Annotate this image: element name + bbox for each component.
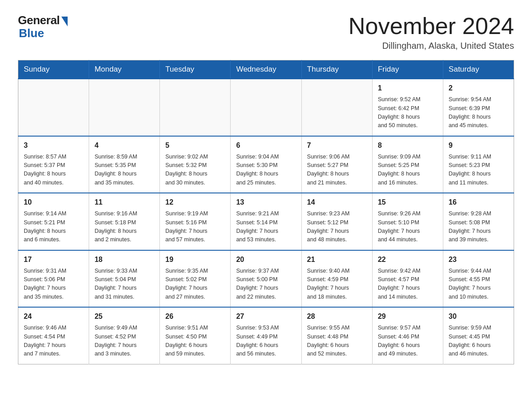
day-info: Sunrise: 9:37 AM Sunset: 5:00 PM Dayligh… xyxy=(236,267,296,302)
calendar-table: SundayMondayTuesdayWednesdayThursdayFrid… xyxy=(18,60,514,364)
calendar-cell: 1Sunrise: 9:52 AM Sunset: 6:42 PM Daylig… xyxy=(372,79,443,136)
day-info: Sunrise: 9:52 AM Sunset: 6:42 PM Dayligh… xyxy=(378,95,438,130)
calendar-cell xyxy=(231,79,301,136)
day-info: Sunrise: 9:16 AM Sunset: 5:18 PM Dayligh… xyxy=(94,210,154,244)
day-info: Sunrise: 9:26 AM Sunset: 5:10 PM Dayligh… xyxy=(378,210,438,244)
logo-arrow-icon xyxy=(61,17,68,26)
calendar-cell: 5Sunrise: 9:02 AM Sunset: 5:32 PM Daylig… xyxy=(160,136,231,193)
weekday-header-monday: Monday xyxy=(89,60,160,79)
day-info: Sunrise: 9:09 AM Sunset: 5:25 PM Dayligh… xyxy=(378,153,438,188)
day-info: Sunrise: 9:35 AM Sunset: 5:02 PM Dayligh… xyxy=(165,267,225,302)
day-info: Sunrise: 9:33 AM Sunset: 5:04 PM Dayligh… xyxy=(94,267,154,302)
calendar-cell: 20Sunrise: 9:37 AM Sunset: 5:00 PM Dayli… xyxy=(231,250,301,308)
weekday-header-thursday: Thursday xyxy=(301,60,372,79)
calendar-week-row: 1Sunrise: 9:52 AM Sunset: 6:42 PM Daylig… xyxy=(18,79,514,136)
calendar-cell: 23Sunrise: 9:44 AM Sunset: 4:55 PM Dayli… xyxy=(443,250,514,308)
day-number: 26 xyxy=(165,311,225,322)
day-number: 17 xyxy=(24,254,83,265)
day-info: Sunrise: 8:59 AM Sunset: 5:35 PM Dayligh… xyxy=(94,153,154,188)
day-number: 18 xyxy=(94,254,154,265)
day-info: Sunrise: 9:49 AM Sunset: 4:52 PM Dayligh… xyxy=(94,324,154,359)
weekday-header-wednesday: Wednesday xyxy=(231,60,301,79)
calendar-cell: 9Sunrise: 9:11 AM Sunset: 5:23 PM Daylig… xyxy=(443,136,514,193)
day-number: 12 xyxy=(165,197,225,208)
day-info: Sunrise: 9:02 AM Sunset: 5:32 PM Dayligh… xyxy=(165,153,225,188)
day-number: 10 xyxy=(24,197,83,208)
calendar-cell: 19Sunrise: 9:35 AM Sunset: 5:02 PM Dayli… xyxy=(160,250,231,308)
day-number: 27 xyxy=(236,311,296,322)
calendar-week-row: 10Sunrise: 9:14 AM Sunset: 5:21 PM Dayli… xyxy=(18,193,514,250)
day-info: Sunrise: 9:55 AM Sunset: 4:48 PM Dayligh… xyxy=(307,324,367,359)
calendar-cell xyxy=(301,79,372,136)
calendar-cell xyxy=(160,79,231,136)
day-info: Sunrise: 9:04 AM Sunset: 5:30 PM Dayligh… xyxy=(236,153,296,188)
calendar-cell: 17Sunrise: 9:31 AM Sunset: 5:06 PM Dayli… xyxy=(18,250,89,308)
calendar-cell: 3Sunrise: 8:57 AM Sunset: 5:37 PM Daylig… xyxy=(18,136,89,193)
day-info: Sunrise: 9:06 AM Sunset: 5:27 PM Dayligh… xyxy=(307,153,367,188)
logo: General Blue xyxy=(18,13,68,40)
weekday-header-tuesday: Tuesday xyxy=(160,60,231,79)
day-info: Sunrise: 9:40 AM Sunset: 4:59 PM Dayligh… xyxy=(307,267,367,302)
day-number: 14 xyxy=(307,197,367,208)
day-number: 16 xyxy=(449,197,508,208)
day-info: Sunrise: 9:28 AM Sunset: 5:08 PM Dayligh… xyxy=(449,210,508,244)
day-info: Sunrise: 9:14 AM Sunset: 5:21 PM Dayligh… xyxy=(24,210,83,244)
page-header: General Blue November 2024 Dillingham, A… xyxy=(18,13,514,51)
day-info: Sunrise: 9:11 AM Sunset: 5:23 PM Dayligh… xyxy=(449,153,508,188)
month-title: November 2024 xyxy=(348,13,514,39)
day-number: 8 xyxy=(378,140,438,151)
calendar-cell: 21Sunrise: 9:40 AM Sunset: 4:59 PM Dayli… xyxy=(301,250,372,308)
location-subtitle: Dillingham, Alaska, United States xyxy=(348,41,514,51)
calendar-cell: 8Sunrise: 9:09 AM Sunset: 5:25 PM Daylig… xyxy=(372,136,443,193)
day-number: 7 xyxy=(307,140,367,151)
calendar-cell: 7Sunrise: 9:06 AM Sunset: 5:27 PM Daylig… xyxy=(301,136,372,193)
day-number: 1 xyxy=(378,83,438,94)
day-number: 11 xyxy=(94,197,154,208)
calendar-cell xyxy=(89,79,160,136)
day-number: 2 xyxy=(449,83,508,94)
day-info: Sunrise: 9:53 AM Sunset: 4:49 PM Dayligh… xyxy=(236,324,296,359)
day-info: Sunrise: 9:59 AM Sunset: 4:45 PM Dayligh… xyxy=(449,324,508,359)
day-number: 21 xyxy=(307,254,367,265)
day-number: 6 xyxy=(236,140,296,151)
calendar-week-row: 17Sunrise: 9:31 AM Sunset: 5:06 PM Dayli… xyxy=(18,250,514,308)
calendar-cell: 4Sunrise: 8:59 AM Sunset: 5:35 PM Daylig… xyxy=(89,136,160,193)
day-number: 20 xyxy=(236,254,296,265)
calendar-cell: 28Sunrise: 9:55 AM Sunset: 4:48 PM Dayli… xyxy=(301,307,372,364)
weekday-header-row: SundayMondayTuesdayWednesdayThursdayFrid… xyxy=(18,60,514,79)
calendar-week-row: 3Sunrise: 8:57 AM Sunset: 5:37 PM Daylig… xyxy=(18,136,514,193)
calendar-cell: 6Sunrise: 9:04 AM Sunset: 5:30 PM Daylig… xyxy=(231,136,301,193)
day-info: Sunrise: 9:51 AM Sunset: 4:50 PM Dayligh… xyxy=(165,324,225,359)
day-number: 22 xyxy=(378,254,438,265)
weekday-header-sunday: Sunday xyxy=(18,60,89,79)
day-info: Sunrise: 9:23 AM Sunset: 5:12 PM Dayligh… xyxy=(307,210,367,244)
day-info: Sunrise: 9:57 AM Sunset: 4:46 PM Dayligh… xyxy=(378,324,438,359)
calendar-cell xyxy=(18,79,89,136)
day-number: 3 xyxy=(24,140,83,151)
day-info: Sunrise: 9:44 AM Sunset: 4:55 PM Dayligh… xyxy=(449,267,508,302)
day-number: 24 xyxy=(24,311,83,322)
day-info: Sunrise: 9:31 AM Sunset: 5:06 PM Dayligh… xyxy=(24,267,83,302)
calendar-cell: 29Sunrise: 9:57 AM Sunset: 4:46 PM Dayli… xyxy=(372,307,443,364)
calendar-cell: 15Sunrise: 9:26 AM Sunset: 5:10 PM Dayli… xyxy=(372,193,443,250)
logo-blue-text: Blue xyxy=(18,26,44,40)
calendar-cell: 10Sunrise: 9:14 AM Sunset: 5:21 PM Dayli… xyxy=(18,193,89,250)
calendar-cell: 13Sunrise: 9:21 AM Sunset: 5:14 PM Dayli… xyxy=(231,193,301,250)
day-info: Sunrise: 9:21 AM Sunset: 5:14 PM Dayligh… xyxy=(236,210,296,244)
calendar-cell: 25Sunrise: 9:49 AM Sunset: 4:52 PM Dayli… xyxy=(89,307,160,364)
day-info: Sunrise: 8:57 AM Sunset: 5:37 PM Dayligh… xyxy=(24,153,83,188)
day-number: 13 xyxy=(236,197,296,208)
day-number: 5 xyxy=(165,140,225,151)
day-info: Sunrise: 9:46 AM Sunset: 4:54 PM Dayligh… xyxy=(24,324,83,359)
calendar-cell: 24Sunrise: 9:46 AM Sunset: 4:54 PM Dayli… xyxy=(18,307,89,364)
calendar-cell: 27Sunrise: 9:53 AM Sunset: 4:49 PM Dayli… xyxy=(231,307,301,364)
calendar-cell: 30Sunrise: 9:59 AM Sunset: 4:45 PM Dayli… xyxy=(443,307,514,364)
day-number: 23 xyxy=(449,254,508,265)
day-info: Sunrise: 9:42 AM Sunset: 4:57 PM Dayligh… xyxy=(378,267,438,302)
calendar-cell: 22Sunrise: 9:42 AM Sunset: 4:57 PM Dayli… xyxy=(372,250,443,308)
day-number: 19 xyxy=(165,254,225,265)
day-number: 28 xyxy=(307,311,367,322)
calendar-cell: 12Sunrise: 9:19 AM Sunset: 5:16 PM Dayli… xyxy=(160,193,231,250)
day-number: 15 xyxy=(378,197,438,208)
calendar-cell: 16Sunrise: 9:28 AM Sunset: 5:08 PM Dayli… xyxy=(443,193,514,250)
